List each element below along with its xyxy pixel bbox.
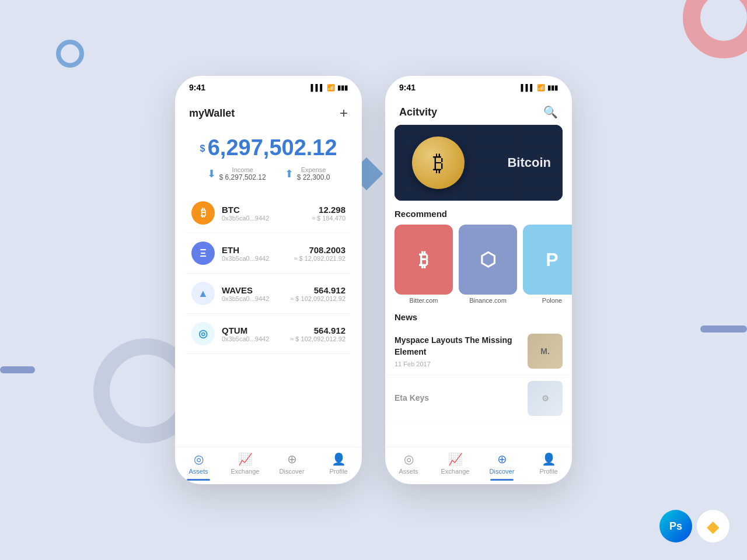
coin-item-waves[interactable]: ▲ WAVES 0x3b5ca0...9442 564.912 ≈ $ 102,… bbox=[184, 274, 352, 314]
nav-exchange-left[interactable]: 📈 Exchange bbox=[222, 452, 268, 481]
photoshop-icon: Ps bbox=[659, 510, 692, 542]
recommend-binance-wrapper: ⬡ Binance.com bbox=[459, 225, 517, 304]
signal-icon-right: ▌▌▌ bbox=[521, 84, 535, 91]
btc-info: BTC 0x3b5ca0...9442 bbox=[222, 205, 305, 222]
bg-decoration-bar-left bbox=[0, 366, 35, 373]
balance-currency: $ bbox=[200, 144, 205, 153]
bg-decoration-bar-right bbox=[700, 326, 747, 332]
eth-quantity: 708.2003 bbox=[294, 245, 345, 255]
binance-label: Binance.com bbox=[469, 297, 507, 304]
nav-discover-left[interactable]: ⊕ Discover bbox=[268, 452, 315, 481]
eth-amounts: 708.2003 ≈ $ 12,092,021.92 bbox=[294, 245, 345, 262]
hero-bitcoin-coin: ₿ bbox=[412, 136, 465, 189]
eth-address: 0x3b5ca0...9442 bbox=[222, 255, 287, 262]
recommend-section-title: Recommend bbox=[385, 209, 572, 219]
qtum-info: QTUM 0x3b5ca0...9442 bbox=[222, 326, 283, 342]
eth-logo: Ξ bbox=[191, 242, 215, 265]
left-phone: 9:41 ▌▌▌ 📶 ▮▮▮ myWallet + $ 6,297,502.12… bbox=[175, 76, 362, 484]
income-stat: ⬇ Income $ 6,297,502.12 bbox=[207, 166, 266, 181]
assets-icon-right: ◎ bbox=[404, 452, 414, 466]
btc-symbol: BTC bbox=[222, 205, 305, 215]
news-eta-thumb: ⚙ bbox=[528, 381, 563, 416]
discover-icon-right: ⊕ bbox=[497, 452, 507, 466]
income-label: Income bbox=[219, 166, 266, 173]
recommend-binance-card[interactable]: ⬡ bbox=[459, 225, 517, 295]
qtum-address: 0x3b5ca0...9442 bbox=[222, 335, 283, 342]
news-myspace-date: 11 Feb 2017 bbox=[395, 360, 521, 368]
eth-info: ETH 0x3b5ca0...9442 bbox=[222, 245, 287, 262]
recommend-polo-wrapper: P Polone bbox=[523, 225, 572, 304]
balance-amount: 6,297,502.12 bbox=[208, 135, 337, 160]
discover-icon-left: ⊕ bbox=[287, 452, 297, 466]
news-section-title: News bbox=[385, 312, 572, 322]
news-myspace-thumb: M. bbox=[528, 334, 563, 369]
btc-usd: ≈ $ 184,470 bbox=[312, 215, 345, 222]
wallet-header: myWallet + bbox=[175, 96, 362, 126]
time-left: 9:41 bbox=[189, 83, 205, 92]
nav-profile-right[interactable]: 👤 Profile bbox=[525, 452, 572, 481]
right-phone: 9:41 ▌▌▌ 📶 ▮▮▮ Acitvity 🔍 ₿ Bitcoin Reco… bbox=[385, 76, 572, 484]
search-button[interactable]: 🔍 bbox=[543, 105, 558, 119]
coin-item-eth[interactable]: Ξ ETH 0x3b5ca0...9442 708.2003 ≈ $ 12,09… bbox=[184, 233, 352, 274]
nav-assets-right[interactable]: ◎ Assets bbox=[385, 452, 432, 481]
exchange-icon-right: 📈 bbox=[448, 452, 463, 466]
status-icons-left: ▌▌▌ 📶 ▮▮▮ bbox=[311, 84, 348, 92]
news-eta-thumb-img: ⚙ bbox=[528, 381, 563, 416]
add-wallet-button[interactable]: + bbox=[340, 105, 348, 121]
status-bar-left: 9:41 ▌▌▌ 📶 ▮▮▮ bbox=[175, 76, 362, 96]
discover-label-left: Discover bbox=[280, 468, 305, 475]
signal-icon-left: ▌▌▌ bbox=[311, 84, 324, 91]
profile-icon-right: 👤 bbox=[542, 452, 556, 466]
assets-label-right: Assets bbox=[399, 468, 418, 475]
profile-label-left: Profile bbox=[329, 468, 347, 475]
coin-item-qtum[interactable]: ◎ QTUM 0x3b5ca0...9442 564.912 ≈ $ 102,0… bbox=[184, 314, 352, 354]
profile-icon-left: 👤 bbox=[331, 452, 346, 466]
polo-label: Polone bbox=[542, 297, 562, 304]
assets-icon-left: ◎ bbox=[194, 452, 204, 466]
recommend-bitter-wrapper: ₿ Bitter.com bbox=[395, 225, 453, 304]
profile-label-right: Profile bbox=[539, 468, 557, 475]
status-icons-right: ▌▌▌ 📶 ▮▮▮ bbox=[521, 84, 558, 92]
news-eta-content: Eta Keys bbox=[395, 393, 521, 404]
discover-label-right: Discover bbox=[490, 468, 515, 475]
phones-container: 9:41 ▌▌▌ 📶 ▮▮▮ myWallet + $ 6,297,502.12… bbox=[175, 76, 572, 484]
bitter-label: Bitter.com bbox=[410, 297, 438, 304]
coin-item-btc[interactable]: ₿ BTC 0x3b5ca0...9442 12.298 ≈ $ 184,470 bbox=[184, 193, 352, 233]
nav-profile-left[interactable]: 👤 Profile bbox=[315, 452, 362, 481]
assets-label-left: Assets bbox=[189, 468, 208, 475]
waves-info: WAVES 0x3b5ca0...9442 bbox=[222, 285, 283, 302]
recommend-scroll: ₿ Bitter.com ⬡ Binance.com P Polone bbox=[385, 225, 572, 304]
qtum-symbol: QTUM bbox=[222, 326, 283, 335]
waves-address: 0x3b5ca0...9442 bbox=[222, 295, 283, 302]
nav-discover-right[interactable]: ⊕ Discover bbox=[479, 452, 525, 481]
news-eta-title: Eta Keys bbox=[395, 393, 521, 404]
news-item-eta: Eta Keys ⚙ bbox=[385, 375, 572, 422]
news-item-myspace[interactable]: Myspace Layouts The Missing Element 11 F… bbox=[385, 328, 572, 375]
balance-section: $ 6,297,502.12 ⬇ Income $ 6,297,502.12 ⬆… bbox=[175, 126, 362, 193]
nav-active-indicator-left bbox=[187, 479, 210, 481]
time-right: 9:41 bbox=[399, 83, 416, 92]
nav-active-indicator-right bbox=[490, 479, 514, 481]
waves-usd: ≈ $ 102,092,012.92 bbox=[290, 295, 345, 302]
exchange-icon-left: 📈 bbox=[238, 452, 253, 466]
income-value: $ 6,297,502.12 bbox=[219, 173, 266, 181]
news-myspace-thumb-img: M. bbox=[528, 334, 563, 369]
qtum-quantity: 564.912 bbox=[290, 326, 345, 335]
btc-quantity: 12.298 bbox=[312, 205, 345, 215]
expense-icon: ⬆ bbox=[285, 167, 294, 180]
nav-exchange-right[interactable]: 📈 Exchange bbox=[432, 452, 479, 481]
bottom-nav-left: ◎ Assets 📈 Exchange ⊕ Discover 👤 Profile bbox=[175, 447, 362, 484]
income-icon: ⬇ bbox=[207, 167, 216, 180]
nav-assets-left[interactable]: ◎ Assets bbox=[175, 452, 222, 481]
btc-amounts: 12.298 ≈ $ 184,470 bbox=[312, 205, 345, 222]
btc-logo: ₿ bbox=[191, 201, 215, 225]
sketch-icon: ◆ bbox=[697, 510, 729, 542]
exchange-label-left: Exchange bbox=[231, 468, 260, 475]
recommend-bitter-card[interactable]: ₿ bbox=[395, 225, 453, 295]
expense-stat: ⬆ Expense $ 22,300.0 bbox=[285, 166, 330, 181]
exchange-label-right: Exchange bbox=[441, 468, 470, 475]
battery-icon-right: ▮▮▮ bbox=[547, 84, 558, 92]
wifi-icon-right: 📶 bbox=[537, 84, 545, 92]
recommend-polo-card[interactable]: P bbox=[523, 225, 572, 295]
qtum-amounts: 564.912 ≈ $ 102,092,012.92 bbox=[290, 326, 345, 342]
